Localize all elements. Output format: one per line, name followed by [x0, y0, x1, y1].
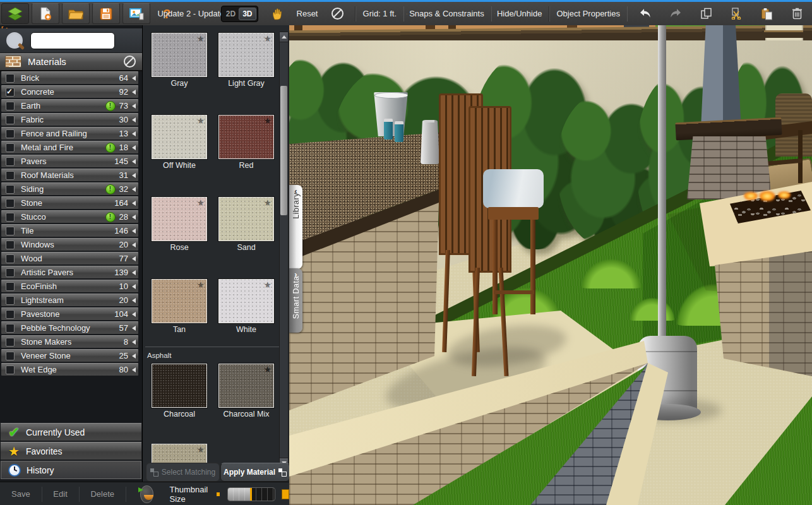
category-checkbox[interactable]	[6, 74, 15, 83]
swatch-sand[interactable]: ★ Sand	[218, 197, 274, 252]
favorite-star-icon[interactable]: ★	[196, 33, 205, 44]
favorites-button[interactable]: ★Favorites	[1, 442, 141, 460]
currently-used-button[interactable]: ✔Currently Used	[1, 423, 141, 441]
viewport-3d[interactable]: ‹ Library › Smart Data	[289, 25, 812, 505]
category-checkbox[interactable]	[6, 324, 15, 333]
favorite-star-icon[interactable]: ★	[263, 33, 272, 44]
paste-button[interactable]	[753, 3, 780, 24]
search-input[interactable]	[31, 33, 115, 49]
swatch-tan[interactable]: ★ Tan	[152, 279, 207, 334]
pan-button[interactable]	[263, 3, 291, 24]
category-checkbox[interactable]	[6, 310, 15, 319]
category-roof-materials[interactable]: Roof Materials31	[1, 169, 138, 181]
history-button[interactable]: History	[1, 461, 141, 479]
grid-button[interactable]: Grid: 1 ft.	[359, 9, 401, 18]
category-siding[interactable]: Siding!32	[1, 182, 138, 195]
file-title-group[interactable]: Update 2 - Update 2.sav	[188, 3, 216, 24]
category-artistic-pavers[interactable]: Artistic Pavers139	[1, 266, 138, 278]
category-metal-and-fire[interactable]: Metal and Fire!18	[1, 141, 138, 153]
favorite-star-icon[interactable]: ★	[263, 116, 272, 126]
category-checkbox[interactable]	[6, 254, 15, 263]
category-concrete[interactable]: Concrete92	[1, 85, 138, 98]
category-pavers[interactable]: Pavers145	[1, 155, 138, 167]
category-veneer-stone[interactable]: Veneer Stone25	[1, 349, 138, 362]
category-fabric[interactable]: Fabric30	[1, 113, 138, 126]
delete-button[interactable]	[783, 3, 811, 24]
materials-header[interactable]: Materials	[0, 53, 142, 71]
swatch-partial[interactable]: ★	[152, 444, 207, 463]
swatch-gray[interactable]: ★ Gray	[152, 33, 207, 88]
category-checkbox[interactable]	[6, 213, 15, 222]
apply-bucket-icon[interactable]	[140, 485, 153, 503]
category-windows[interactable]: Windows20	[1, 238, 138, 251]
save-material-button[interactable]: Save	[0, 489, 42, 499]
copy-button[interactable]	[692, 3, 720, 24]
view-2d-button[interactable]: 2D	[223, 8, 239, 20]
thumbnail-size-slider[interactable]	[227, 487, 275, 501]
app-logo[interactable]	[1, 3, 29, 24]
category-earth[interactable]: Earth!73	[1, 99, 138, 112]
tab-smart-data[interactable]: › Smart Data	[289, 268, 302, 333]
favorite-star-icon[interactable]: ★	[263, 364, 272, 374]
category-checkbox[interactable]	[6, 338, 15, 347]
snaps-button[interactable]: Snaps & Constraints	[407, 9, 489, 18]
category-checkbox[interactable]	[6, 199, 15, 208]
cut-button[interactable]	[722, 3, 750, 24]
category-checkbox[interactable]	[6, 185, 15, 194]
view-3d-button[interactable]: 3D	[239, 8, 256, 20]
view-mode-toggle[interactable]: 2D 3D	[221, 6, 258, 22]
category-checkbox[interactable]	[6, 88, 15, 97]
favorite-star-icon[interactable]: ★	[196, 116, 205, 126]
new-file-button[interactable]	[32, 3, 59, 24]
select-matching-button[interactable]: Select Matching	[146, 463, 220, 482]
category-checkbox[interactable]	[6, 129, 15, 138]
swatch-charcoal-mix[interactable]: ★ Charcoal Mix	[218, 364, 274, 419]
category-checkbox[interactable]	[6, 268, 15, 277]
delete-material-button[interactable]: Delete	[79, 489, 126, 499]
category-stone[interactable]: Stone164	[1, 196, 138, 209]
category-lightstream[interactable]: Lightstream20	[1, 294, 138, 306]
screenshot-button[interactable]	[122, 3, 150, 24]
category-tile[interactable]: Tile146	[1, 224, 138, 237]
category-pavestone[interactable]: Pavestone104	[1, 307, 138, 320]
category-checkbox[interactable]	[6, 116, 15, 124]
swatch-scrollbar[interactable]	[279, 32, 289, 468]
category-stucco[interactable]: Stucco!28	[1, 210, 138, 223]
apply-material-button[interactable]: Apply Material	[220, 463, 290, 482]
open-file-button[interactable]	[62, 3, 90, 24]
favorite-star-icon[interactable]: ★	[196, 198, 205, 208]
disable-button[interactable]	[323, 3, 351, 24]
swatch-red[interactable]: ★ Red	[218, 115, 274, 170]
tab-library[interactable]: ‹ Library	[289, 185, 302, 269]
swatch-light-gray[interactable]: ★ Light Gray	[218, 33, 274, 88]
favorite-star-icon[interactable]: ★	[196, 444, 205, 454]
scroll-up-button[interactable]	[280, 32, 288, 42]
category-brick[interactable]: Brick64	[1, 71, 138, 84]
redo-button[interactable]	[662, 3, 690, 24]
reset-button[interactable]: Reset	[292, 9, 323, 18]
category-wood[interactable]: Wood77	[1, 252, 138, 264]
category-checkbox[interactable]	[6, 365, 15, 374]
hide-unhide-button[interactable]: Hide/Unhide	[495, 9, 547, 18]
category-fence-and-railing[interactable]: Fence and Railing13	[1, 127, 138, 140]
swatch-off-white[interactable]: ★ Off White	[152, 115, 207, 170]
slider-handle[interactable]	[250, 488, 252, 501]
swatch-rose[interactable]: ★ Rose	[152, 197, 207, 252]
category-checkbox[interactable]	[6, 282, 15, 291]
category-checkbox[interactable]	[6, 241, 15, 249]
undo-button[interactable]	[631, 3, 659, 24]
search-box[interactable]	[30, 32, 115, 49]
category-checkbox[interactable]	[6, 157, 15, 166]
clear-filter-icon[interactable]	[124, 56, 136, 68]
swatch-charcoal[interactable]: Charcoal	[152, 364, 207, 419]
save-button[interactable]	[92, 3, 120, 24]
category-ecofinish[interactable]: EcoFinish10	[1, 280, 138, 292]
category-checkbox[interactable]	[6, 102, 15, 110]
category-checkbox[interactable]	[6, 227, 15, 235]
category-checkbox[interactable]	[6, 143, 15, 152]
object-properties-button[interactable]: Object Properties	[552, 9, 624, 18]
category-stone-makers[interactable]: Stone Makers8	[1, 335, 138, 348]
edit-material-button[interactable]: Edit	[42, 489, 78, 499]
scrollbar-thumb[interactable]	[280, 86, 287, 215]
category-checkbox[interactable]	[6, 171, 15, 180]
